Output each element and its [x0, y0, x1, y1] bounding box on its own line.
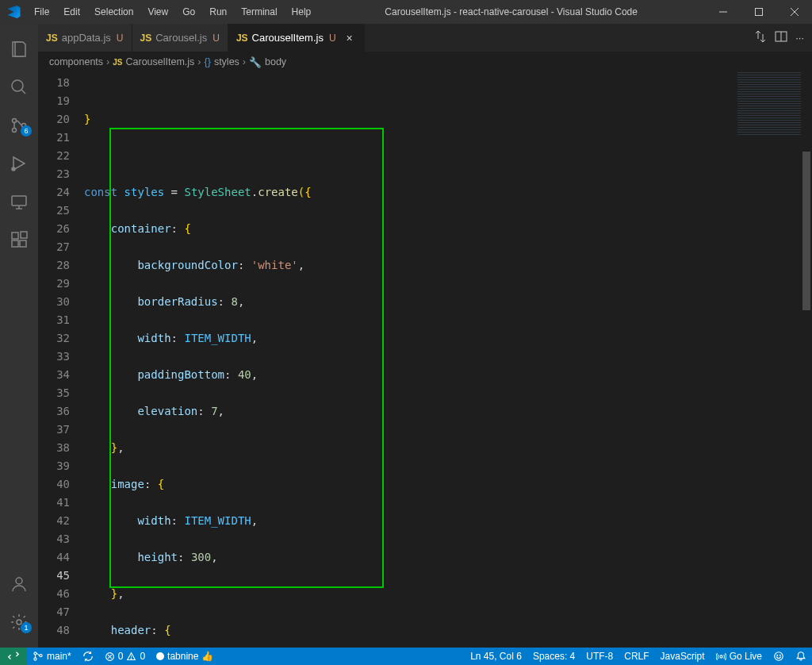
tab-carouselitem[interactable]: JS CarouselItem.js U ×	[228, 24, 365, 52]
svg-point-6	[13, 119, 17, 123]
line-number-gutter: 1819202122232425262728293031323334353637…	[38, 72, 84, 648]
minimize-button[interactable]	[705, 0, 741, 24]
svg-rect-16	[21, 232, 27, 238]
window-controls	[705, 0, 812, 24]
svg-rect-15	[20, 240, 26, 247]
tab-label: Carousel.js	[155, 32, 207, 44]
activity-explorer[interactable]	[0, 30, 38, 68]
breadcrumb-file[interactable]: CarouselItem.js	[126, 56, 195, 67]
activity-bottom: 1	[0, 565, 38, 641]
menu-go[interactable]: Go	[176, 3, 201, 21]
svg-point-17	[16, 578, 22, 584]
status-branch[interactable]: main*	[27, 648, 77, 665]
tabs-actions: ···	[754, 24, 812, 52]
tab-label: appData.js	[62, 32, 111, 44]
more-icon[interactable]: ···	[795, 32, 804, 44]
breadcrumb-folder[interactable]: components	[49, 56, 103, 67]
activity-search[interactable]	[0, 68, 38, 106]
tab-carousel[interactable]: JS Carousel.js U	[132, 24, 228, 52]
main-area: 6 1 JS appData.js U	[0, 24, 812, 648]
svg-point-30	[775, 652, 783, 661]
status-golive[interactable]: Go Live	[710, 651, 768, 662]
status-feedback[interactable]	[768, 651, 790, 662]
breadcrumb-symbol[interactable]: body	[265, 56, 286, 67]
status-right: Ln 45, Col 6 Spaces: 4 UTF-8 CRLF JavaSc…	[465, 651, 812, 662]
js-icon: JS	[113, 58, 122, 67]
js-icon: JS	[236, 33, 248, 44]
compare-changes-icon[interactable]	[754, 30, 767, 45]
activity-scm[interactable]: 6	[0, 106, 38, 144]
menu-edit[interactable]: Edit	[57, 3, 86, 21]
menubar: File Edit Selection View Go Run Terminal…	[28, 3, 317, 21]
menu-run[interactable]: Run	[203, 3, 233, 21]
maximize-button[interactable]	[741, 0, 776, 24]
vertical-scrollbar[interactable]	[801, 72, 812, 648]
activity-remote[interactable]	[0, 183, 38, 221]
status-sync[interactable]	[77, 648, 99, 665]
svg-rect-13	[12, 233, 18, 239]
svg-point-32	[779, 655, 780, 655]
breadcrumbs[interactable]: components › JS CarouselItem.js › {} sty…	[38, 52, 812, 72]
code-content[interactable]: } const styles = StyleSheet.create({ con…	[84, 72, 812, 648]
svg-point-7	[13, 129, 17, 133]
status-eol[interactable]: CRLF	[619, 651, 654, 662]
tab-appdata[interactable]: JS appData.js U	[38, 24, 132, 52]
minimap[interactable]	[737, 72, 801, 648]
svg-point-28	[131, 658, 132, 659]
breadcrumb-symbol[interactable]: styles	[214, 56, 239, 67]
menu-selection[interactable]: Selection	[88, 3, 140, 21]
editor-body[interactable]: 1819202122232425262728293031323334353637…	[38, 72, 812, 648]
scrollbar-thumb[interactable]	[802, 152, 810, 310]
menu-help[interactable]: Help	[285, 3, 318, 21]
symbol-key-icon: 🔧	[249, 56, 262, 68]
tab-modified-indicator: U	[117, 33, 124, 44]
activity-settings[interactable]: 1	[0, 603, 38, 641]
minimap-content	[737, 72, 801, 136]
js-icon: JS	[46, 33, 58, 44]
split-editor-icon[interactable]	[775, 30, 787, 45]
tabs-bar: JS appData.js U JS Carousel.js U JS Caro…	[38, 24, 812, 52]
editor-area: JS appData.js U JS Carousel.js U JS Caro…	[38, 24, 812, 648]
tab-modified-indicator: U	[213, 33, 220, 44]
svg-point-18	[17, 620, 21, 625]
activity-debug[interactable]	[0, 144, 38, 183]
settings-badge: 1	[21, 622, 32, 633]
chevron-right-icon: ›	[197, 56, 201, 67]
menu-view[interactable]: View	[141, 3, 174, 21]
statusbar: main* 0 0 tabnine 👍 Ln 45, Col 6 Spaces:…	[0, 648, 812, 665]
activity-extensions[interactable]	[0, 221, 38, 259]
svg-point-4	[12, 80, 23, 91]
status-notifications[interactable]	[790, 651, 812, 662]
chevron-right-icon: ›	[106, 56, 109, 67]
status-tabnine[interactable]: tabnine 👍	[151, 648, 219, 665]
activity-bar: 6 1	[0, 24, 38, 648]
svg-point-21	[34, 652, 36, 655]
close-button[interactable]	[776, 0, 812, 24]
status-language[interactable]: JavaScript	[655, 651, 710, 662]
activity-account[interactable]	[0, 565, 38, 603]
svg-point-23	[40, 655, 42, 657]
svg-rect-10	[12, 196, 26, 206]
chevron-right-icon: ›	[243, 56, 246, 67]
svg-point-22	[34, 658, 36, 660]
status-encoding[interactable]: UTF-8	[580, 651, 619, 662]
status-remote[interactable]	[0, 648, 27, 665]
status-position[interactable]: Ln 45, Col 6	[465, 651, 527, 662]
svg-point-9	[12, 167, 15, 171]
close-icon[interactable]: ×	[343, 32, 356, 44]
svg-rect-1	[755, 9, 762, 16]
symbol-object-icon: {}	[205, 56, 211, 67]
menu-terminal[interactable]: Terminal	[235, 3, 283, 21]
titlebar: File Edit Selection View Go Run Terminal…	[0, 0, 812, 24]
svg-point-31	[777, 655, 778, 655]
js-icon: JS	[140, 33, 152, 44]
window-title: CarouselItem.js - react-native-carousel …	[317, 6, 705, 17]
svg-rect-14	[12, 240, 18, 247]
status-spaces[interactable]: Spaces: 4	[527, 651, 580, 662]
menu-file[interactable]: File	[28, 3, 56, 21]
tab-label: CarouselItem.js	[252, 32, 324, 44]
status-problems[interactable]: 0 0	[99, 648, 151, 665]
vscode-logo	[0, 6, 28, 18]
tab-modified-indicator: U	[329, 33, 336, 44]
scm-badge: 6	[21, 125, 32, 136]
